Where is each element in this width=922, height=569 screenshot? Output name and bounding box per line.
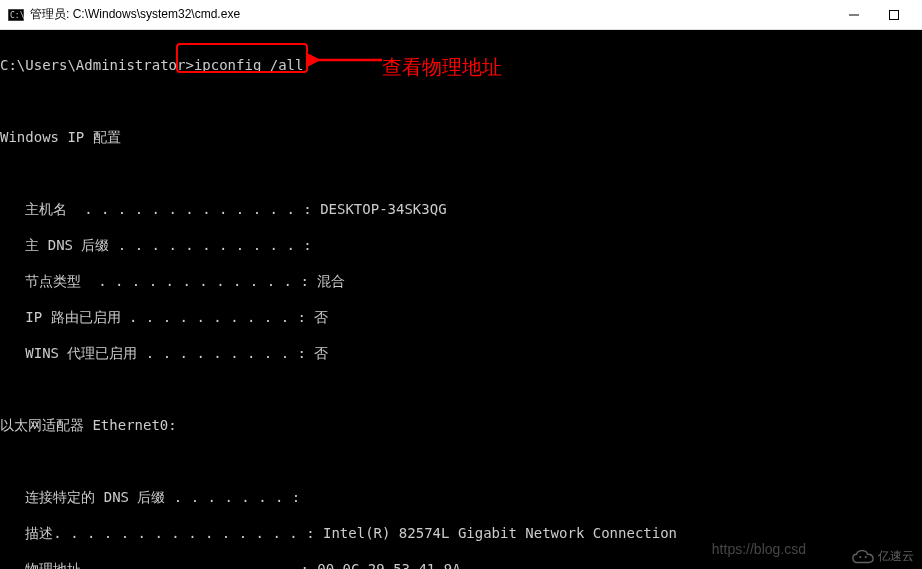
ip-routing-value: 否 bbox=[314, 309, 328, 325]
phys-addr-value: 00-0C-29-53-41-9A bbox=[317, 561, 460, 569]
cloud-icon bbox=[852, 549, 874, 565]
watermark-url: https://blog.csd bbox=[712, 541, 806, 557]
wins-proxy-value: 否 bbox=[314, 345, 328, 361]
watermark-logo: 亿速云 bbox=[852, 548, 914, 565]
ip-routing-label: IP 路由已启用 . . . . . . . . . . : bbox=[0, 309, 314, 325]
svg-rect-3 bbox=[890, 10, 899, 19]
hostname-label: 主机名 . . . . . . . . . . . . . : bbox=[0, 201, 320, 217]
svg-text:C:\: C:\ bbox=[10, 11, 24, 20]
watermark-text: 亿速云 bbox=[878, 548, 914, 565]
dns-suffix-label: 主 DNS 后缀 . . . . . . . . . . . : bbox=[0, 237, 312, 253]
title-bar: C:\ 管理员: C:\Windows\system32\cmd.exe bbox=[0, 0, 922, 30]
node-type-label: 节点类型 . . . . . . . . . . . . : bbox=[0, 273, 317, 289]
svg-point-6 bbox=[859, 555, 861, 557]
node-type-value: 混合 bbox=[317, 273, 345, 289]
hostname-value: DESKTOP-34SK3QG bbox=[320, 201, 446, 217]
cmd-icon: C:\ bbox=[8, 8, 24, 22]
section-header: Windows IP 配置 bbox=[0, 128, 922, 146]
prompt-path: C:\Users\Administrator> bbox=[0, 57, 194, 73]
adapter-header: 以太网适配器 Ethernet0: bbox=[0, 416, 922, 434]
terminal-output[interactable]: C:\Users\Administrator>ipconfig /all Win… bbox=[0, 30, 922, 569]
conn-dns-label: 连接特定的 DNS 后缀 . . . . . . . : bbox=[0, 489, 300, 505]
minimize-button[interactable] bbox=[834, 0, 874, 30]
phys-addr-label: 物理地址. . . . . . . . . . . . . : bbox=[0, 561, 317, 569]
desc-value: Intel(R) 82574L Gigabit Network Connecti… bbox=[323, 525, 677, 541]
maximize-button[interactable] bbox=[874, 0, 914, 30]
window-controls bbox=[834, 0, 914, 30]
desc-label: 描述. . . . . . . . . . . . . . . : bbox=[0, 525, 323, 541]
svg-point-7 bbox=[865, 555, 867, 557]
window-title: 管理员: C:\Windows\system32\cmd.exe bbox=[30, 6, 834, 23]
command-text: ipconfig /all bbox=[194, 57, 304, 73]
wins-proxy-label: WINS 代理已启用 . . . . . . . . . : bbox=[0, 345, 314, 361]
